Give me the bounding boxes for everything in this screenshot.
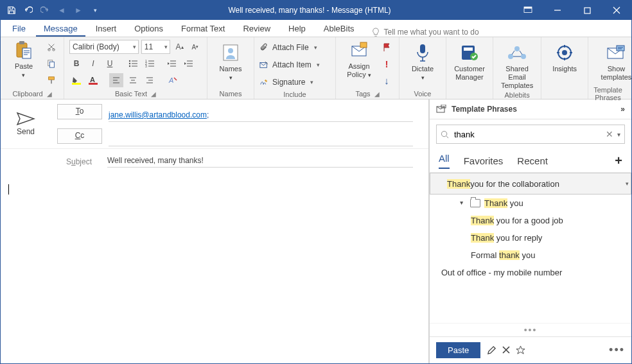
svg-rect-12: [51, 80, 52, 83]
attach-item-button[interactable]: Attach Item▾: [259, 57, 330, 73]
names-button[interactable]: Names▾: [213, 39, 249, 83]
delete-icon[interactable]: [502, 345, 511, 355]
send-button[interactable]: Send: [16, 100, 35, 148]
redo-icon: [38, 3, 52, 17]
tab-ablebits[interactable]: AbleBits: [316, 21, 362, 37]
undo-icon[interactable]: [21, 3, 35, 17]
template-item[interactable]: Thank you for reply: [430, 229, 631, 247]
tab-insert[interactable]: Insert: [88, 21, 125, 37]
high-importance-icon[interactable]: !: [380, 56, 394, 71]
copy-icon[interactable]: [44, 56, 58, 71]
cut-icon[interactable]: [44, 40, 58, 54]
font-selector[interactable]: Calibri (Body): [69, 40, 139, 54]
ribbon-display-icon[interactable]: [513, 1, 543, 20]
shared-templates-icon: [507, 42, 527, 63]
highlight-color-icon[interactable]: [69, 73, 83, 87]
more-icon[interactable]: •••: [430, 323, 631, 336]
dictate-button[interactable]: Dictate▾: [405, 39, 441, 83]
numbering-icon[interactable]: 123: [143, 56, 157, 71]
shared-email-templates-button[interactable]: Shared EmailTemplates: [498, 39, 536, 91]
dialog-launcher-icon[interactable]: ◢: [374, 91, 380, 98]
grow-font-icon[interactable]: A▴: [173, 40, 186, 54]
underline-button[interactable]: U: [103, 56, 117, 71]
qat-customize-icon[interactable]: ▾: [88, 3, 102, 17]
font-color-icon[interactable]: A: [86, 73, 100, 87]
search-dropdown-icon[interactable]: ▾: [617, 131, 620, 138]
overflow-menu-icon[interactable]: •••: [609, 343, 625, 357]
expand-pane-icon[interactable]: »: [620, 105, 625, 114]
svg-rect-11: [49, 77, 55, 80]
panel-tab-favorites[interactable]: Favorites: [464, 155, 504, 166]
close-icon[interactable]: [602, 1, 631, 20]
save-icon[interactable]: [4, 3, 19, 17]
svg-point-13: [129, 60, 130, 62]
svg-rect-33: [89, 83, 98, 85]
shrink-font-icon[interactable]: A▾: [189, 40, 202, 54]
paste-button[interactable]: Paste▾: [6, 39, 42, 81]
format-painter-icon[interactable]: [44, 73, 58, 87]
italic-button[interactable]: I: [86, 56, 100, 71]
decrease-indent-icon[interactable]: [164, 56, 179, 71]
to-field[interactable]: jane.willis@artandblood.com;: [109, 101, 413, 122]
qat-next-icon: ►: [71, 3, 85, 17]
dialog-launcher-icon[interactable]: ◢: [47, 91, 52, 98]
template-item[interactable]: Out of office - my mobile number: [430, 264, 631, 281]
paperclip-icon: [259, 43, 268, 52]
add-template-icon[interactable]: +: [615, 153, 622, 168]
dialog-launcher-icon[interactable]: ◢: [151, 91, 156, 98]
templates-icon: [436, 105, 446, 114]
align-left-icon[interactable]: [109, 73, 123, 87]
template-folder[interactable]: Thank you: [430, 195, 631, 212]
increase-indent-icon[interactable]: [181, 56, 195, 71]
maximize-icon[interactable]: [572, 1, 602, 20]
tell-me[interactable]: Tell me what you want to do: [371, 28, 479, 37]
qat-prev-icon: ◄: [55, 3, 69, 17]
customer-manager-button[interactable]: CustomerManager: [452, 39, 487, 83]
svg-point-15: [129, 63, 130, 64]
clear-search-icon[interactable]: ✕: [606, 129, 613, 139]
paste-template-button[interactable]: Paste: [436, 342, 480, 358]
tab-format-text[interactable]: Format Text: [173, 21, 233, 37]
search-input[interactable]: [453, 129, 602, 140]
favorite-icon[interactable]: [516, 345, 525, 355]
clear-formatting-icon[interactable]: A: [166, 73, 180, 87]
panel-tab-all[interactable]: All: [439, 153, 450, 169]
tab-review[interactable]: Review: [235, 21, 278, 37]
insights-button[interactable]: Insights: [547, 39, 583, 74]
show-templates-button[interactable]: Showtemplates: [593, 39, 632, 83]
minimize-icon[interactable]: [543, 1, 572, 20]
svg-rect-51: [464, 48, 473, 51]
flag-icon[interactable]: [380, 40, 394, 54]
font-size-selector[interactable]: 11: [141, 40, 171, 54]
bold-button[interactable]: B: [69, 56, 83, 71]
attach-file-button[interactable]: Attach File▾: [259, 40, 330, 55]
panel-tab-recent[interactable]: Recent: [517, 155, 548, 166]
send-icon: [16, 112, 35, 126]
search-box[interactable]: ✕ ▾: [436, 125, 625, 144]
align-right-icon[interactable]: [143, 73, 157, 87]
tab-message[interactable]: Message: [36, 21, 85, 37]
signature-icon: [259, 78, 268, 87]
tab-file[interactable]: File: [4, 21, 33, 37]
bullets-icon[interactable]: [126, 56, 140, 71]
assign-policy-button[interactable]: AssignPolicy ▾: [341, 39, 377, 81]
subject-field[interactable]: Well received, many thanks!: [107, 156, 413, 168]
template-item[interactable]: Formal thank you: [430, 247, 631, 264]
low-importance-icon[interactable]: ↓: [380, 73, 394, 87]
svg-text:3: 3: [145, 64, 147, 67]
template-item[interactable]: Thank you for a good job: [430, 212, 631, 229]
cc-button[interactable]: Cc: [57, 128, 102, 144]
ribbon-group-clipboard: Paste▾ Clipboard◢: [1, 37, 64, 99]
paste-icon: [13, 40, 34, 60]
align-center-icon[interactable]: [126, 73, 140, 87]
tab-help[interactable]: Help: [281, 21, 313, 37]
compose-area: Send To jane.willis@artandblood.com; Cc: [1, 100, 429, 363]
signature-button[interactable]: Signature▾: [259, 74, 330, 90]
cc-field[interactable]: [109, 126, 413, 146]
template-item[interactable]: Thank you for the collaboration: [430, 173, 631, 195]
edit-icon[interactable]: [487, 345, 496, 355]
to-button[interactable]: To: [57, 104, 102, 119]
svg-text:A: A: [168, 76, 173, 84]
tab-options[interactable]: Options: [127, 21, 171, 37]
message-body[interactable]: [1, 175, 428, 363]
